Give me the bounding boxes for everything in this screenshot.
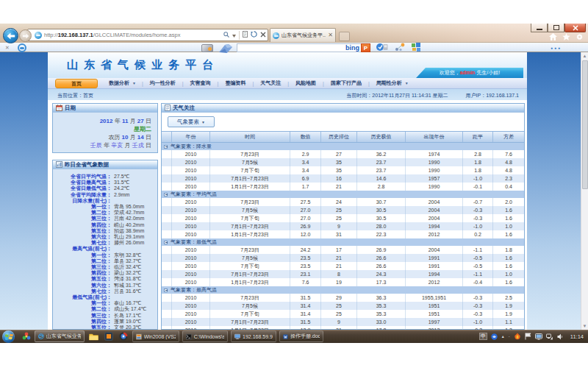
- table-group-row[interactable]: 气象要素：最高气温: [162, 286, 524, 294]
- nav-item[interactable]: 国家下行产品: [330, 79, 362, 87]
- scrollbar-thumb[interactable]: [582, 60, 588, 189]
- table-row[interactable]: 20107月1日~7月23日6.91614.61957-1.02.3: [162, 174, 524, 183]
- table-column-header[interactable]: 历史排位: [321, 132, 357, 142]
- new-tab-button[interactable]: [339, 32, 350, 41]
- table-column-header[interactable]: 历史极值: [357, 132, 406, 142]
- nav-item[interactable]: 均一性分析: [149, 79, 176, 87]
- window-close-button[interactable]: [564, 24, 586, 32]
- table-row[interactable]: 20107月5候31.42535.31951-0.31.9: [162, 302, 524, 310]
- table-column-header[interactable]: 出现年份: [406, 132, 463, 142]
- tab-close-icon[interactable]: ✕: [328, 32, 333, 38]
- table-row[interactable]: 20107月1日~7月23日31.5933.01997-1.01.1: [162, 318, 524, 326]
- forward-button[interactable]: [19, 29, 32, 42]
- stop-icon[interactable]: [260, 32, 266, 39]
- table-row[interactable]: 20107月23日27.52430.72004-0.72.0: [162, 198, 524, 206]
- table-column-header[interactable]: 年份: [172, 132, 210, 142]
- table-row[interactable]: 20107月1日~7月23日26.9928.01994-1.01.0: [162, 222, 524, 230]
- pinned-app-icon[interactable]: [21, 331, 32, 342]
- url-text[interactable]: http://192.168.137.1/GLCCLIMATE/modules/…: [44, 32, 223, 38]
- nav-item-home[interactable]: 首页: [55, 79, 98, 88]
- table-row[interactable]: 20107月5候3.43523.719901.84.8: [162, 158, 524, 166]
- page-scrollbar[interactable]: ▲ ▼: [581, 52, 588, 330]
- settings-gear-icon[interactable]: [576, 33, 584, 42]
- table-column-header[interactable]: 数值: [290, 132, 321, 142]
- table-row[interactable]: 20107月23日2.92736.219742.87.6: [162, 150, 524, 158]
- table-row[interactable]: 20101月1日~7月23日1.7212.81990-0.10.4: [162, 183, 524, 191]
- table-cell: 31.5: [290, 318, 321, 326]
- table-column-header[interactable]: 时间: [210, 132, 290, 142]
- stat-label: 第三位：: [53, 264, 112, 270]
- autocomplete-caret-icon[interactable]: [232, 32, 236, 39]
- taskbar-clock[interactable]: 11:14: [570, 333, 584, 340]
- table-group-row[interactable]: 气象要素：降水量: [162, 143, 524, 150]
- messenger-icon[interactable]: [376, 41, 388, 54]
- home-icon[interactable]: [549, 33, 557, 42]
- share-icon[interactable]: [395, 41, 405, 54]
- collapse-icon[interactable]: [164, 289, 168, 292]
- send-page-icon[interactable]: [218, 43, 234, 57]
- table-group-row[interactable]: 气象要素：平均气温: [162, 191, 524, 198]
- collapse-icon[interactable]: [164, 145, 168, 149]
- window-minimize-button[interactable]: [531, 24, 548, 32]
- bing-search-button[interactable]: P: [361, 43, 370, 52]
- table-row[interactable]: 20107月下旬3.43523.719901.84.8: [162, 166, 524, 174]
- scroll-up-icon[interactable]: ▲: [581, 52, 588, 60]
- taskbar-button-ie[interactable]: 山东省气候业务平...: [35, 330, 85, 342]
- volume-icon[interactable]: [557, 330, 564, 343]
- show-hidden-icons[interactable]: ▲: [501, 334, 505, 339]
- antivirus-icon[interactable]: [514, 330, 521, 343]
- table-row[interactable]: 20107月23日31.52936.31955,1951-0.32.5: [162, 294, 524, 302]
- toolbar-overflow-dots[interactable]: ●●●: [551, 46, 562, 50]
- taskbar-button-rdp[interactable]: 192.168.59.99...: [231, 330, 276, 342]
- nav-item[interactable]: 周期性分析: [376, 79, 403, 87]
- element-selector-button[interactable]: 气象要素▼: [168, 116, 215, 127]
- start-button[interactable]: [2, 330, 15, 343]
- table-row[interactable]: 20107月1日~7月23日23.1824.31994-1.11.0: [162, 270, 524, 278]
- table-cell: [162, 254, 172, 262]
- nav-item[interactable]: 天气关注: [259, 79, 282, 87]
- collapse-icon[interactable]: [164, 193, 168, 197]
- table-row[interactable]: 20107月下旬27.02530.52004-0.31.6: [162, 214, 524, 222]
- addon-circle-icon[interactable]: [18, 43, 26, 52]
- table-column-header[interactable]: [162, 132, 172, 142]
- action-center-flag-icon[interactable]: [525, 330, 531, 343]
- table-row[interactable]: 20101月1日~7月23日7.61917.32012-0.41.6: [162, 278, 524, 286]
- toolbar-close-icon[interactable]: ✕: [5, 45, 10, 50]
- tray-app-icon[interactable]: [491, 330, 498, 343]
- table-column-header[interactable]: 距平: [463, 132, 493, 142]
- table-row[interactable]: 20107月5候23.52126.61991-0.51.6: [162, 254, 524, 262]
- nav-item[interactable]: 灾害查询: [190, 79, 212, 87]
- favorites-star-icon[interactable]: [562, 33, 570, 42]
- address-bar[interactable]: http://192.168.137.1/GLCCLIMATE/modules/…: [27, 29, 268, 41]
- network-icon[interactable]: [546, 330, 553, 343]
- scroll-down-icon[interactable]: ▼: [581, 322, 588, 330]
- ime-indicator[interactable]: 中: [479, 333, 487, 340]
- security-app-icon[interactable]: [103, 331, 114, 342]
- browser-tab[interactable]: 山东省气候业务平... ✕: [270, 28, 336, 42]
- table-row[interactable]: 20101月1日~7月23日12.03122.320120.21.6: [162, 230, 524, 238]
- table-row[interactable]: 20107月5候27.02530.52004-0.31.6: [162, 206, 524, 214]
- table-group-row[interactable]: 气象要素：最低气温: [162, 238, 524, 246]
- snapshot-tool-icon[interactable]: [201, 44, 213, 52]
- taskbar-button-win2008[interactable]: Win2008 (VS2...: [132, 330, 179, 342]
- explorer-folder-icon[interactable]: [88, 331, 99, 342]
- table-row[interactable]: 20107月下旬23.52126.61991-0.51.6: [162, 262, 524, 270]
- media-app-icon[interactable]: [118, 331, 129, 342]
- window-maximize-button[interactable]: [548, 24, 564, 32]
- bing-search-input[interactable]: bing P: [237, 43, 370, 52]
- nav-item[interactable]: 数据分析: [108, 79, 130, 87]
- back-button[interactable]: [3, 28, 18, 43]
- nav-item[interactable]: 风能地图: [295, 79, 317, 87]
- refresh-icon[interactable]: [251, 31, 257, 39]
- nav-item[interactable]: 整编资料: [224, 79, 246, 87]
- table-row[interactable]: 20107月23日24.21726.92004-1.11.8: [162, 246, 524, 254]
- taskbar-button-cmd[interactable]: C:\Windows\s...: [182, 330, 228, 342]
- table-column-header[interactable]: 方差: [493, 132, 524, 142]
- table-row[interactable]: 20107月下旬31.42535.31951-0.31.9: [162, 310, 524, 318]
- collapse-icon[interactable]: [164, 241, 168, 244]
- apps-grid-icon[interactable]: [412, 41, 421, 54]
- compatibility-view-icon[interactable]: [243, 31, 248, 39]
- taskbar-button-word[interactable]: 操作手册.docx ...: [279, 330, 323, 342]
- display-icon[interactable]: [535, 330, 542, 343]
- search-icon[interactable]: [223, 32, 229, 39]
